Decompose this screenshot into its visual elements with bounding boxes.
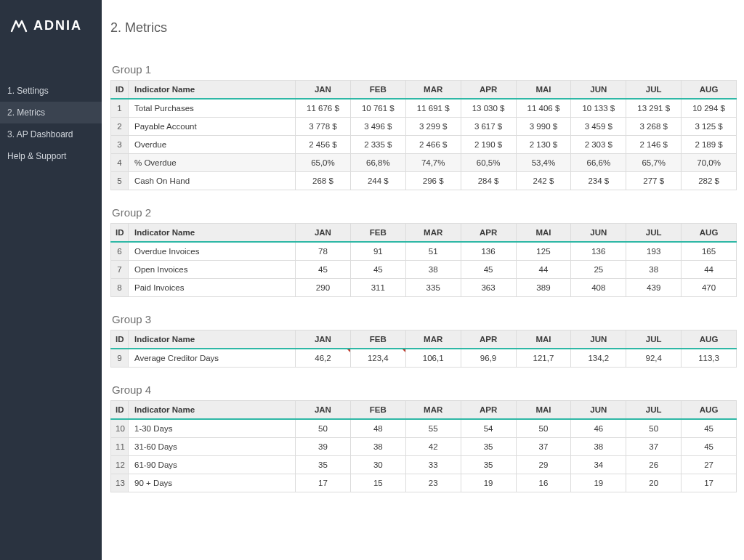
cell-value[interactable]: 96,9 — [461, 349, 516, 368]
cell-value[interactable]: 284 $ — [461, 172, 516, 190]
cell-value[interactable]: 50 — [516, 419, 571, 438]
cell-value[interactable]: 2 146 $ — [626, 136, 682, 154]
sidebar-item-2[interactable]: 3. AP Dashboard — [0, 123, 102, 145]
cell-value[interactable]: 37 — [626, 438, 682, 456]
cell-value[interactable]: 470 — [682, 279, 737, 297]
table-row[interactable]: 1131-60 Days3938423537383745 — [111, 438, 737, 456]
sidebar-item-1[interactable]: 2. Metrics — [0, 102, 102, 123]
cell-value[interactable]: 311 — [350, 279, 405, 297]
cell-value[interactable]: 29 — [516, 456, 571, 474]
cell-value[interactable]: 296 $ — [405, 172, 461, 190]
table-row[interactable]: 1261-90 Days3530333529342627 — [111, 456, 737, 474]
cell-value[interactable]: 3 778 $ — [296, 118, 351, 136]
cell-value[interactable]: 35 — [296, 456, 351, 474]
cell-value[interactable]: 3 617 $ — [461, 118, 516, 136]
table-row[interactable]: 8Paid Invoices290311335363389408439470 — [111, 279, 737, 297]
cell-value[interactable]: 92,4 — [626, 349, 682, 368]
cell-value[interactable]: 45 — [461, 261, 516, 279]
cell-value[interactable]: 2 303 $ — [571, 136, 626, 154]
cell-value[interactable]: 45 — [350, 261, 405, 279]
cell-value[interactable]: 66,6% — [571, 154, 626, 172]
cell-value[interactable]: 2 190 $ — [461, 136, 516, 154]
cell-value[interactable]: 51 — [405, 242, 461, 261]
cell-value[interactable]: 136 — [461, 242, 516, 261]
cell-value[interactable]: 389 — [516, 279, 571, 297]
cell-value[interactable]: 23 — [405, 474, 461, 492]
cell-value[interactable]: 3 990 $ — [516, 118, 571, 136]
cell-value[interactable]: 45 — [682, 438, 737, 456]
cell-value[interactable]: 65,7% — [626, 154, 682, 172]
cell-value[interactable]: 2 189 $ — [682, 136, 737, 154]
cell-value[interactable]: 10 133 $ — [571, 99, 626, 118]
cell-value[interactable]: 45 — [682, 419, 737, 438]
cell-value[interactable]: 335 — [405, 279, 461, 297]
cell-value[interactable]: 50 — [626, 419, 682, 438]
cell-value[interactable]: 11 676 $ — [296, 99, 351, 118]
cell-value[interactable]: 121,7 — [516, 349, 571, 368]
cell-value[interactable]: 46 — [571, 419, 626, 438]
cell-value[interactable]: 38 — [626, 261, 682, 279]
cell-value[interactable]: 165 — [682, 242, 737, 261]
cell-value[interactable]: 78 — [296, 242, 351, 261]
cell-value[interactable]: 17 — [296, 474, 351, 492]
cell-value[interactable]: 46,2 — [296, 349, 351, 368]
cell-value[interactable]: 38 — [571, 438, 626, 456]
cell-value[interactable]: 10 294 $ — [682, 99, 737, 118]
cell-value[interactable]: 439 — [626, 279, 682, 297]
cell-value[interactable]: 48 — [350, 419, 405, 438]
cell-value[interactable]: 3 125 $ — [682, 118, 737, 136]
cell-value[interactable]: 282 $ — [682, 172, 737, 190]
cell-value[interactable]: 50 — [296, 419, 351, 438]
cell-value[interactable]: 244 $ — [350, 172, 405, 190]
cell-value[interactable]: 136 — [571, 242, 626, 261]
cell-value[interactable]: 35 — [461, 456, 516, 474]
sidebar-item-3[interactable]: Help & Support — [0, 145, 102, 167]
cell-value[interactable]: 34 — [571, 456, 626, 474]
table-row[interactable]: 9Average Creditor Days46,2123,4106,196,9… — [111, 349, 737, 368]
cell-value[interactable]: 290 — [296, 279, 351, 297]
table-row[interactable]: 2Payable Account3 778 $3 496 $3 299 $3 6… — [111, 118, 737, 136]
cell-value[interactable]: 42 — [405, 438, 461, 456]
cell-value[interactable]: 106,1 — [405, 349, 461, 368]
cell-value[interactable]: 242 $ — [516, 172, 571, 190]
table-row[interactable]: 6Overdue Invoices789151136125136193165 — [111, 242, 737, 261]
cell-value[interactable]: 44 — [516, 261, 571, 279]
cell-value[interactable]: 38 — [405, 261, 461, 279]
cell-value[interactable]: 35 — [461, 438, 516, 456]
cell-value[interactable]: 37 — [516, 438, 571, 456]
cell-value[interactable]: 11 406 $ — [516, 99, 571, 118]
cell-value[interactable]: 3 496 $ — [350, 118, 405, 136]
cell-value[interactable]: 13 291 $ — [626, 99, 682, 118]
cell-value[interactable]: 268 $ — [296, 172, 351, 190]
table-row[interactable]: 7Open Invoices4545384544253844 — [111, 261, 737, 279]
cell-value[interactable]: 74,7% — [405, 154, 461, 172]
cell-value[interactable]: 2 456 $ — [296, 136, 351, 154]
cell-value[interactable]: 11 691 $ — [405, 99, 461, 118]
cell-value[interactable]: 134,2 — [571, 349, 626, 368]
cell-value[interactable]: 55 — [405, 419, 461, 438]
cell-value[interactable]: 45 — [296, 261, 351, 279]
sidebar-item-0[interactable]: 1. Settings — [0, 80, 102, 102]
cell-value[interactable]: 2 335 $ — [350, 136, 405, 154]
cell-value[interactable]: 193 — [626, 242, 682, 261]
cell-value[interactable]: 2 466 $ — [405, 136, 461, 154]
cell-value[interactable]: 60,5% — [461, 154, 516, 172]
cell-value[interactable]: 123,4 — [350, 349, 405, 368]
cell-value[interactable]: 3 459 $ — [571, 118, 626, 136]
cell-value[interactable]: 15 — [350, 474, 405, 492]
cell-value[interactable]: 27 — [682, 456, 737, 474]
cell-value[interactable]: 3 299 $ — [405, 118, 461, 136]
cell-value[interactable]: 44 — [682, 261, 737, 279]
cell-value[interactable]: 16 — [516, 474, 571, 492]
cell-value[interactable]: 19 — [461, 474, 516, 492]
cell-value[interactable]: 70,0% — [682, 154, 737, 172]
cell-value[interactable]: 65,0% — [296, 154, 351, 172]
cell-value[interactable]: 33 — [405, 456, 461, 474]
cell-value[interactable]: 38 — [350, 438, 405, 456]
table-row[interactable]: 3Overdue2 456 $2 335 $2 466 $2 190 $2 13… — [111, 136, 737, 154]
cell-value[interactable]: 25 — [571, 261, 626, 279]
cell-value[interactable]: 3 268 $ — [626, 118, 682, 136]
cell-value[interactable]: 66,8% — [350, 154, 405, 172]
cell-value[interactable]: 19 — [571, 474, 626, 492]
table-row[interactable]: 4% Overdue65,0%66,8%74,7%60,5%53,4%66,6%… — [111, 154, 737, 172]
